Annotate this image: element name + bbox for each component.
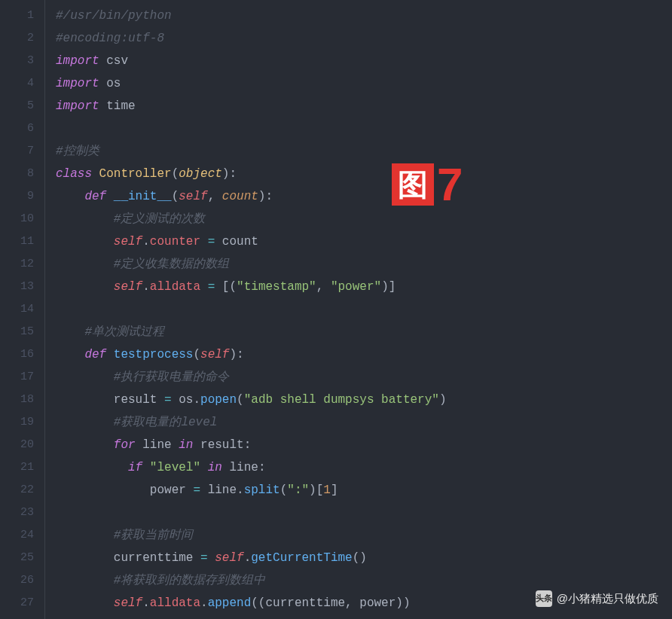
code-line[interactable]: def testprocess(self): bbox=[56, 343, 672, 366]
code-line[interactable]: #encoding:utf-8 bbox=[56, 27, 672, 50]
token-punct: ((currenttime, power)) bbox=[251, 596, 410, 610]
line-number: 27 bbox=[0, 592, 34, 614]
watermark-text: @小猪精选只做优质 bbox=[557, 588, 658, 608]
token-name bbox=[56, 370, 114, 384]
token-punct: ) bbox=[222, 167, 230, 181]
line-number: 9 bbox=[0, 185, 34, 208]
line-number: 20 bbox=[0, 434, 34, 456]
line-number: 10 bbox=[0, 208, 34, 230]
line-number: 24 bbox=[0, 524, 34, 547]
token-punct: : bbox=[244, 438, 252, 452]
token-punct bbox=[208, 551, 215, 565]
token-name: time bbox=[99, 99, 136, 113]
token-attr: alldata bbox=[150, 596, 200, 610]
token-punct: , bbox=[208, 190, 222, 203]
code-line[interactable]: self.alldata = [("timestamp", "power")] bbox=[56, 276, 672, 298]
line-number: 3 bbox=[0, 50, 34, 72]
token-name bbox=[56, 280, 114, 294]
token-keyword: import bbox=[56, 54, 99, 68]
token-self: self bbox=[215, 551, 243, 565]
token-punct: . bbox=[244, 551, 252, 565]
code-line[interactable]: #执行获取电量的命令 bbox=[56, 366, 672, 389]
code-line[interactable]: self.counter = count bbox=[56, 230, 672, 253]
token-punct: . bbox=[142, 280, 150, 294]
token-string: ":" bbox=[287, 483, 309, 497]
code-line[interactable]: #定义收集数据的数组 bbox=[56, 253, 672, 276]
token-self: self bbox=[114, 280, 142, 294]
token-comment: #定义测试的次数 bbox=[114, 212, 206, 226]
token-self: self bbox=[114, 235, 142, 249]
code-line[interactable]: import os bbox=[56, 72, 672, 95]
token-self: self bbox=[114, 596, 142, 610]
token-punct: )[ bbox=[309, 483, 323, 497]
code-line[interactable]: #获取电量的level bbox=[56, 411, 672, 434]
token-name bbox=[56, 212, 114, 226]
line-number: 6 bbox=[0, 117, 34, 140]
code-area[interactable]: #/usr/bin/python#encoding:utf-8import cs… bbox=[45, 0, 672, 619]
code-line[interactable] bbox=[56, 502, 672, 524]
token-punct: os. bbox=[172, 393, 200, 407]
line-number: 8 bbox=[0, 163, 34, 185]
figure-badge-number: 7 bbox=[437, 161, 463, 208]
code-line[interactable]: #获取当前时间 bbox=[56, 524, 672, 547]
code-line[interactable]: #单次测试过程 bbox=[56, 321, 672, 343]
token-name bbox=[56, 416, 114, 429]
token-name: result bbox=[56, 393, 164, 407]
line-number: 17 bbox=[0, 366, 34, 389]
token-punct bbox=[200, 461, 208, 474]
line-number: 13 bbox=[0, 276, 34, 298]
token-punct: ) bbox=[439, 393, 447, 407]
code-line[interactable]: currenttime = self.getCurrentTime() bbox=[56, 547, 672, 569]
code-line[interactable]: class Controller(object): bbox=[56, 163, 672, 185]
token-punct: . bbox=[142, 235, 150, 249]
token-punct bbox=[142, 461, 150, 474]
token-punct: , bbox=[316, 280, 331, 294]
token-name bbox=[56, 461, 128, 474]
token-name bbox=[56, 596, 114, 610]
token-comment: #encoding:utf-8 bbox=[56, 32, 164, 45]
code-line[interactable]: import time bbox=[56, 95, 672, 117]
token-attr: alldata bbox=[150, 280, 200, 294]
token-keyword: import bbox=[56, 99, 99, 113]
token-punct: : bbox=[229, 167, 237, 181]
line-number: 19 bbox=[0, 411, 34, 434]
line-number: 5 bbox=[0, 95, 34, 117]
token-op: = bbox=[208, 280, 215, 294]
line-number: 23 bbox=[0, 502, 34, 524]
token-op: = bbox=[193, 483, 200, 497]
token-punct: . bbox=[200, 596, 208, 610]
token-comment: #获取当前时间 bbox=[114, 529, 194, 542]
token-self: self bbox=[179, 190, 207, 203]
watermark: 头条 @小猪精选只做优质 bbox=[536, 588, 658, 608]
token-punct: : bbox=[258, 461, 266, 474]
token-string: "power" bbox=[331, 280, 381, 294]
code-line[interactable] bbox=[56, 298, 672, 321]
code-editor[interactable]: 1234567891011121314151617181920212223242… bbox=[0, 0, 672, 619]
code-line[interactable] bbox=[56, 117, 672, 140]
token-name bbox=[56, 574, 114, 587]
token-punct: ] bbox=[331, 483, 338, 497]
token-name: csv bbox=[99, 54, 128, 68]
line-number: 2 bbox=[0, 27, 34, 50]
token-name: result bbox=[193, 438, 243, 452]
token-comment: #/usr/bin/python bbox=[56, 9, 172, 23]
token-func: append bbox=[208, 596, 252, 610]
token-punct: . bbox=[142, 596, 150, 610]
token-name bbox=[56, 258, 114, 271]
code-line[interactable]: power = line.split(":")[1] bbox=[56, 479, 672, 502]
token-name: os bbox=[99, 77, 121, 90]
code-line[interactable]: #/usr/bin/python bbox=[56, 5, 672, 27]
token-func: split bbox=[244, 483, 280, 497]
token-name bbox=[56, 190, 84, 203]
token-op: = bbox=[200, 551, 208, 565]
code-line[interactable]: #控制类 bbox=[56, 140, 672, 163]
code-line[interactable]: for line in result: bbox=[56, 434, 672, 456]
code-line[interactable]: #定义测试的次数 bbox=[56, 208, 672, 230]
code-line[interactable]: result = os.popen("adb shell dumpsys bat… bbox=[56, 389, 672, 411]
code-line[interactable]: import csv bbox=[56, 50, 672, 72]
token-keyword: if bbox=[128, 461, 142, 474]
code-line[interactable]: def __init__(self, count): bbox=[56, 185, 672, 208]
token-name bbox=[56, 438, 114, 452]
code-line[interactable]: if "level" in line: bbox=[56, 456, 672, 479]
token-name: line bbox=[222, 461, 258, 474]
